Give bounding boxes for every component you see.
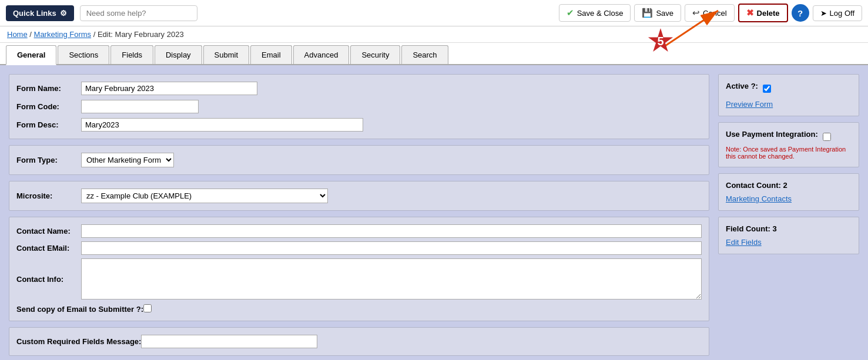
save-button[interactable]: 💾 Save bbox=[634, 4, 681, 22]
field-count-label: Field Count: 3 bbox=[726, 224, 852, 233]
form-name-input[interactable] bbox=[81, 82, 257, 95]
payment-integration-section: Use Payment Integration: Note: Once save… bbox=[718, 122, 859, 167]
help-input[interactable] bbox=[80, 5, 197, 21]
contact-name-input[interactable] bbox=[81, 224, 702, 238]
preview-form-link[interactable]: Preview Form bbox=[726, 100, 773, 109]
custom-fields-input[interactable] bbox=[141, 335, 317, 348]
save-close-button[interactable]: ✔ Save & Close bbox=[559, 4, 631, 22]
form-type-select[interactable]: Other Marketing Form Registration Form S… bbox=[81, 153, 174, 167]
payment-integration-checkbox[interactable] bbox=[823, 133, 831, 141]
save-icon: 💾 bbox=[642, 8, 653, 18]
tab-general[interactable]: General bbox=[6, 45, 56, 65]
undo-icon: ↩ bbox=[692, 8, 700, 18]
active-section: Active ?: Preview Form bbox=[718, 74, 859, 116]
tab-security[interactable]: Security bbox=[350, 45, 400, 64]
form-type-row: Form Type: Other Marketing Form Registra… bbox=[16, 153, 702, 167]
tab-advanced[interactable]: Advanced bbox=[293, 45, 350, 64]
marketing-contacts-link[interactable]: Marketing Contacts bbox=[726, 194, 792, 203]
send-copy-checkbox[interactable] bbox=[143, 304, 152, 312]
microsite-row: Microsite: zz - Example Club (EXAMPLE) bbox=[16, 189, 702, 203]
contact-name-label: Contact Name: bbox=[16, 227, 81, 235]
form-desc-label: Form Desc: bbox=[16, 120, 81, 129]
top-bar: Quick Links ⚙ ✔ Save & Close 💾 Save ↩ Ca… bbox=[0, 0, 868, 26]
contact-section: Contact Name: Contact EMail: Contact Inf… bbox=[9, 217, 709, 321]
tab-display[interactable]: Display bbox=[155, 45, 202, 64]
contact-email-input[interactable] bbox=[81, 241, 702, 255]
gear-icon: ⚙ bbox=[60, 9, 67, 18]
custom-fields-label: Custom Required Fields Message: bbox=[16, 337, 141, 346]
active-checkbox[interactable] bbox=[763, 85, 771, 93]
logoff-button[interactable]: ➤ Log Off bbox=[813, 5, 862, 21]
breadcrumb-home[interactable]: Home bbox=[7, 30, 28, 39]
active-label: Active ?: bbox=[726, 82, 758, 90]
form-type-label: Form Type: bbox=[16, 156, 81, 164]
form-desc-input[interactable] bbox=[81, 118, 363, 132]
form-left-column: Form Name: Form Code: Form Desc: bbox=[9, 74, 709, 356]
form-name-label: Form Name: bbox=[16, 84, 81, 93]
form-code-row: Form Code: bbox=[16, 100, 702, 113]
breadcrumb: Home / Marketing Forms / Edit: Mary Febr… bbox=[0, 26, 868, 43]
top-bar-actions: ✔ Save & Close 💾 Save ↩ Cancel ✖ Delete … bbox=[559, 4, 862, 22]
check-icon: ✔ bbox=[567, 8, 574, 18]
tab-fields[interactable]: Fields bbox=[110, 45, 153, 64]
form-desc-row: Form Desc: bbox=[16, 118, 702, 132]
form-name-row: Form Name: bbox=[16, 82, 702, 95]
tab-sections[interactable]: Sections bbox=[58, 45, 109, 64]
breadcrumb-current: Edit: Mary February 2023 bbox=[98, 30, 184, 39]
form-type-section: Form Type: Other Marketing Form Registra… bbox=[9, 145, 709, 175]
send-copy-label: Send copy of Email to Submitter ?: bbox=[16, 303, 143, 314]
basic-info-section: Form Name: Form Code: Form Desc: bbox=[9, 74, 709, 139]
form-code-input[interactable] bbox=[81, 100, 199, 113]
tab-bar: General Sections Fields Display Submit E… bbox=[0, 45, 868, 65]
form-right-column: Active ?: Preview Form Use Payment Integ… bbox=[718, 74, 859, 356]
logoff-icon: ➤ bbox=[820, 9, 827, 18]
payment-integration-label: Use Payment Integration: bbox=[726, 130, 818, 139]
payment-integration-note: Note: Once saved as Payment Integration … bbox=[726, 146, 852, 160]
tab-search[interactable]: Search bbox=[401, 45, 448, 64]
delete-button[interactable]: ✖ Delete bbox=[738, 4, 788, 22]
microsite-label: Microsite: bbox=[16, 191, 81, 200]
contact-count-section: Contact Count: 2 Marketing Contacts bbox=[718, 173, 859, 211]
custom-fields-section: Custom Required Fields Message: bbox=[9, 327, 709, 356]
edit-fields-link[interactable]: Edit Fields bbox=[726, 238, 762, 247]
tab-email[interactable]: Email bbox=[250, 45, 292, 64]
contact-info-textarea[interactable] bbox=[81, 258, 702, 300]
contact-info-label: Contact Info: bbox=[16, 275, 81, 284]
field-count-section: Field Count: 3 Edit Fields bbox=[718, 217, 859, 254]
contact-count-label: Contact Count: 2 bbox=[726, 181, 852, 190]
main-content: Form Name: Form Code: Form Desc: bbox=[0, 65, 868, 360]
help-button[interactable]: ? bbox=[792, 4, 809, 22]
form-code-label: Form Code: bbox=[16, 102, 81, 111]
custom-fields-row: Custom Required Fields Message: bbox=[16, 335, 702, 348]
tab-submit[interactable]: Submit bbox=[203, 45, 249, 64]
breadcrumb-marketing-forms[interactable]: Marketing Forms bbox=[34, 30, 92, 39]
contact-email-label: Contact EMail: bbox=[16, 244, 81, 253]
microsite-select[interactable]: zz - Example Club (EXAMPLE) bbox=[81, 189, 328, 203]
cancel-button[interactable]: ↩ Cancel bbox=[685, 4, 734, 22]
quick-links-button[interactable]: Quick Links ⚙ bbox=[6, 5, 74, 21]
microsite-section: Microsite: zz - Example Club (EXAMPLE) bbox=[9, 181, 709, 211]
send-copy-row: Send copy of Email to Submitter ?: bbox=[16, 303, 702, 314]
x-icon: ✖ bbox=[746, 8, 754, 18]
quick-links-label: Quick Links bbox=[13, 9, 56, 18]
